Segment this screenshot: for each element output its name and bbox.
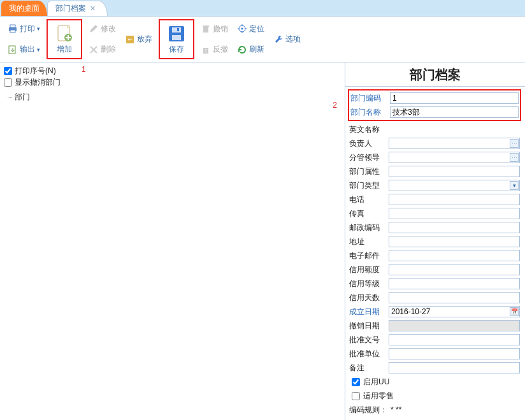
label-dept-code: 部门编码: [350, 93, 387, 104]
label-addr: 地址: [349, 236, 386, 247]
x-icon: [89, 45, 99, 55]
svg-rect-11: [203, 27, 208, 33]
show-revoked-checkbox[interactable]: [4, 78, 12, 87]
enable-uu-row: 启用UU: [352, 375, 520, 389]
print-button[interactable]: 打印 ▾: [5, 22, 43, 36]
dept-tree: ┈ 部门: [4, 92, 341, 103]
leader-picker-button[interactable]: ⋯: [510, 153, 519, 162]
required-fields-highlight: 部门编码 部门名称: [348, 89, 521, 121]
tree-root-item[interactable]: ┈ 部门: [8, 92, 341, 103]
undo-delete-button[interactable]: 撤销: [198, 22, 231, 36]
approve-org-input[interactable]: [389, 348, 520, 359]
label: 编码规则：: [349, 405, 387, 416]
main-area: 打印序号(N) 1 显示撤消部门 ┈ 部门 2 部门档案 部门编码 部门名称: [0, 62, 525, 420]
dept-type-input[interactable]: [389, 180, 520, 191]
save-icon: [166, 24, 187, 44]
close-icon[interactable]: ✕: [90, 4, 96, 13]
chevron-down-icon: ▾: [37, 25, 40, 32]
label: 启用UU: [363, 377, 389, 387]
revoke-date-input: [389, 320, 520, 331]
svg-rect-8: [172, 27, 181, 33]
trash-restore-icon: [201, 45, 211, 55]
credit-days-input[interactable]: [389, 292, 520, 303]
leader-input[interactable]: [389, 152, 520, 163]
label: 定位: [249, 24, 264, 34]
dept-form: 部门编码 部门名称 英文名称 负责人 ⋯ 分管领导 ⋯ 部门属性 部门类型: [345, 87, 525, 419]
svg-rect-1: [10, 25, 15, 27]
annotation-1: 1: [82, 65, 86, 74]
save-button[interactable]: 保存: [159, 19, 194, 59]
toolbar: 打印 ▾ 输出 ▾ 增加 修改 删除 放弃 保存: [0, 17, 525, 62]
label-dept-type: 部门类型: [349, 180, 386, 191]
label-remark: 备注: [349, 363, 386, 373]
locate-button[interactable]: 定位: [234, 22, 267, 36]
tab-label: 我的桌面: [9, 3, 40, 14]
print-seq-checkbox[interactable]: [4, 67, 12, 75]
label: 选项: [285, 34, 301, 45]
label: 部门: [15, 92, 30, 103]
label: 适用零售: [363, 391, 394, 402]
panel-title: 部门档案: [345, 62, 525, 87]
addr-input[interactable]: [389, 236, 520, 247]
label: 打印: [20, 24, 35, 34]
tel-input[interactable]: [389, 194, 520, 205]
credit-amt-input[interactable]: [389, 264, 520, 275]
code-rule-row: 编码规则： * **: [349, 403, 520, 417]
retail-checkbox[interactable]: [352, 392, 360, 400]
label: 修改: [101, 24, 116, 34]
reverse-undo-button[interactable]: 反撤: [198, 43, 231, 56]
label-credit-amt: 信用额度: [349, 264, 386, 275]
label-tel: 电话: [349, 194, 386, 205]
svg-point-15: [241, 28, 243, 30]
label: 保存: [169, 44, 184, 55]
chevron-down-icon: ▾: [37, 47, 40, 53]
tab-label: 部门档案: [55, 3, 86, 14]
label-approve-org: 批准单位: [349, 349, 386, 359]
credit-lvl-input[interactable]: [389, 278, 520, 289]
add-button[interactable]: 增加: [47, 19, 82, 59]
refresh-icon: [237, 45, 247, 55]
tab-dept-archive[interactable]: 部门档案 ✕: [47, 1, 108, 16]
options-button[interactable]: 选项: [271, 33, 303, 46]
dept-type-dropdown-button[interactable]: ▾: [510, 181, 519, 190]
modify-button[interactable]: 修改: [86, 22, 119, 36]
approve-doc-input[interactable]: [389, 334, 520, 345]
delete-button[interactable]: 删除: [86, 43, 119, 56]
left-panel: 打印序号(N) 1 显示撤消部门 ┈ 部门 2: [0, 62, 345, 420]
value: * **: [391, 405, 401, 414]
calendar-icon[interactable]: 📅: [510, 307, 519, 316]
dept-attr-input[interactable]: [389, 166, 520, 177]
owner-input[interactable]: [389, 138, 520, 149]
enable-uu-checkbox[interactable]: [352, 378, 360, 386]
label-approve-doc: 批准文号: [349, 335, 386, 345]
owner-picker-button[interactable]: ⋯: [510, 139, 519, 148]
tree-connector: ┈: [8, 93, 12, 102]
refresh-button[interactable]: 刷新: [234, 43, 267, 56]
label: 放弃: [137, 34, 152, 45]
email-input[interactable]: [389, 250, 520, 261]
label-credit-lvl: 信用等级: [349, 279, 386, 289]
tab-my-desktop[interactable]: 我的桌面: [1, 1, 47, 16]
label: 显示撤消部门: [15, 77, 61, 88]
fax-input[interactable]: [389, 208, 520, 219]
label: 刷新: [249, 44, 264, 55]
label-zip: 邮政编码: [349, 222, 386, 233]
label-revoke-date: 撤销日期: [349, 321, 386, 331]
abandon-button[interactable]: 放弃: [122, 33, 155, 46]
tab-bar: 我的桌面 部门档案 ✕: [0, 0, 525, 17]
found-date-input[interactable]: [389, 306, 520, 317]
output-button[interactable]: 输出 ▾: [5, 43, 43, 56]
label-leader: 分管领导: [349, 152, 386, 163]
svg-rect-12: [203, 25, 209, 27]
zip-input[interactable]: [389, 222, 520, 233]
remark-input[interactable]: [389, 362, 520, 373]
label-en-name: 英文名称: [349, 124, 386, 135]
dept-name-input[interactable]: [390, 106, 519, 118]
label-fax: 传真: [349, 208, 386, 219]
retail-row: 适用零售: [352, 389, 520, 403]
label-dept-name: 部门名称: [350, 107, 387, 118]
dept-code-input[interactable]: [390, 92, 519, 104]
label: 输出: [20, 44, 35, 55]
label-owner: 负责人: [349, 138, 386, 149]
label: 增加: [57, 44, 72, 55]
